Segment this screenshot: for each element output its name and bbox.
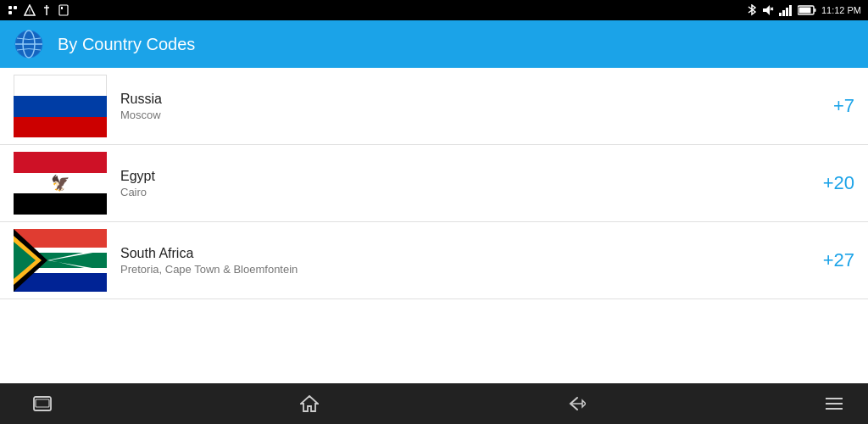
svg-rect-12 <box>779 13 782 16</box>
eagle-symbol: 🦅 <box>51 174 70 192</box>
app-bar: By Country Codes <box>0 20 868 68</box>
flag-stripe-red <box>14 117 107 137</box>
svg-rect-13 <box>782 10 785 16</box>
recents-button[interactable] <box>25 387 59 421</box>
country-name: South Africa <box>120 246 787 261</box>
country-list: Russia Moscow +7 🦅 Egypt Cairo +20 <box>0 68 868 383</box>
country-info: Russia Moscow <box>120 92 787 121</box>
country-name: Egypt <box>120 169 787 184</box>
back-button[interactable] <box>559 387 593 421</box>
country-name: Russia <box>120 92 787 107</box>
battery-icon <box>798 5 816 15</box>
country-code: +27 <box>787 249 854 271</box>
svg-rect-1 <box>14 6 17 9</box>
country-city: Moscow <box>120 109 787 121</box>
flag-stripe-white: 🦅 <box>14 173 107 194</box>
menu-button[interactable] <box>826 398 843 410</box>
list-item[interactable]: Russia Moscow +7 <box>0 68 868 145</box>
flag-stripe-black <box>14 193 107 215</box>
svg-rect-2 <box>8 11 12 14</box>
notification-icon <box>7 4 19 16</box>
home-button[interactable] <box>292 387 326 421</box>
country-code: +7 <box>787 95 854 117</box>
svg-rect-14 <box>786 8 788 16</box>
svg-rect-8 <box>61 7 63 9</box>
menu-line <box>826 408 843 410</box>
sd-icon <box>58 4 70 16</box>
south-africa-flag <box>14 229 107 292</box>
svg-rect-18 <box>814 8 815 12</box>
country-info: Egypt Cairo <box>120 169 787 198</box>
country-code: +20 <box>787 172 854 194</box>
flag-stripe-blue <box>14 96 107 116</box>
svg-rect-31 <box>34 397 51 410</box>
menu-line <box>826 403 843 404</box>
flag-stripe-red <box>14 152 107 173</box>
svg-rect-15 <box>789 5 792 16</box>
svg-rect-0 <box>8 6 12 9</box>
egypt-flag: 🦅 <box>14 152 107 215</box>
svg-marker-33 <box>301 396 318 411</box>
status-bar: ! <box>0 0 868 20</box>
usb-icon <box>41 4 53 16</box>
status-bar-left: ! <box>7 4 70 16</box>
svg-rect-17 <box>798 8 810 14</box>
globe-icon <box>14 29 44 59</box>
country-city: Pretoria, Cape Town & Bloemfontein <box>120 263 787 276</box>
app-bar-title: By Country Codes <box>58 35 195 54</box>
country-info: South Africa Pretoria, Cape Town & Bloem… <box>120 246 787 276</box>
sa-flag-svg <box>14 229 107 292</box>
svg-rect-32 <box>36 399 49 407</box>
russia-flag <box>14 75 107 137</box>
menu-line <box>826 398 843 399</box>
flag-stripe-white <box>14 75 107 96</box>
signal-icon <box>779 4 793 16</box>
country-city: Cairo <box>120 186 787 198</box>
svg-rect-7 <box>59 5 68 15</box>
svg-marker-9 <box>763 5 770 15</box>
time-display: 11:12 PM <box>821 5 861 15</box>
list-item[interactable]: South Africa Pretoria, Cape Town & Bloem… <box>0 222 868 299</box>
list-item[interactable]: 🦅 Egypt Cairo +20 <box>0 145 868 222</box>
warning-icon: ! <box>24 4 36 16</box>
svg-text:!: ! <box>29 8 31 14</box>
status-bar-right: 11:12 PM <box>747 4 861 16</box>
bluetooth-icon <box>747 4 757 16</box>
nav-bar <box>0 383 868 424</box>
muted-icon <box>762 4 774 16</box>
